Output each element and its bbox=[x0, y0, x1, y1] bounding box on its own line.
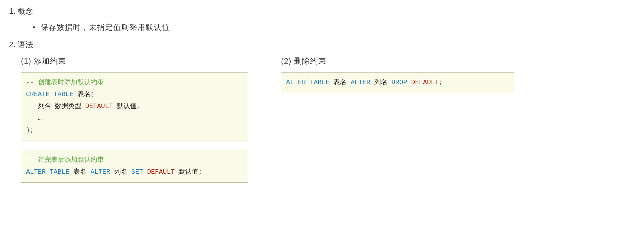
tok-tablename: 表名 bbox=[329, 79, 350, 86]
remove-constraint-heading: (2) 删除约束 bbox=[281, 56, 514, 66]
section-2-title: 语法 bbox=[18, 40, 33, 49]
tok-tablename: 表名 bbox=[73, 91, 90, 98]
tok-default: DEFAULT bbox=[147, 168, 175, 176]
tok-alter: ALTER bbox=[26, 168, 46, 176]
tok-default: DEFAULT bbox=[85, 103, 113, 110]
tok-alter-2: ALTER bbox=[91, 168, 110, 176]
tok-table: TABLE bbox=[54, 91, 73, 98]
tok-colname: 列名 bbox=[110, 168, 131, 176]
tok-alter: ALTER bbox=[286, 79, 306, 86]
section-1-title: 概念 bbox=[18, 7, 33, 16]
tok-tablename: 表名 bbox=[69, 168, 90, 176]
tok-semicolon: ; bbox=[199, 168, 202, 176]
tok-comma: , bbox=[137, 103, 141, 110]
code-block-create-table: -- 创建表时添加默认约束 CREATE TABLE 表名( 列名 数据类型 D… bbox=[21, 72, 248, 141]
concept-bullet-item: • 保存数据时，未指定值则采用默认值 bbox=[33, 22, 635, 32]
tok-set: SET bbox=[131, 168, 143, 176]
concept-bullet-list: • 保存数据时，未指定值则采用默认值 bbox=[33, 22, 635, 32]
code-block-alter-add: -- 建完表后添加默认约束 ALTER TABLE 表名 ALTER 列名 SE… bbox=[21, 150, 248, 183]
tok-default: DEFAULT bbox=[411, 79, 439, 86]
tok-paren-open: ( bbox=[91, 91, 94, 98]
section-1-heading: 1. 概念 bbox=[9, 6, 635, 16]
tok-create: CREATE bbox=[26, 91, 50, 98]
code-block-alter-drop: ALTER TABLE 表名 ALTER 列名 DROP DEFAULT; bbox=[281, 72, 514, 93]
tok-drop: DROP bbox=[391, 79, 407, 86]
tok-table: TABLE bbox=[50, 168, 69, 176]
section-2-num: 2. bbox=[9, 40, 16, 49]
section-2-heading: 2. 语法 bbox=[9, 39, 635, 50]
tok-semicolon: ; bbox=[30, 127, 34, 134]
tok-defaultval: 默认值 bbox=[175, 168, 198, 176]
syntax-columns: (1) 添加约束 -- 创建表时添加默认约束 CREATE TABLE 表名( … bbox=[21, 56, 635, 192]
tok-defaultval: 默认值 bbox=[113, 103, 136, 110]
left-column: (1) 添加约束 -- 创建表时添加默认约束 CREATE TABLE 表名( … bbox=[21, 56, 254, 192]
concept-bullet-text: 保存数据时，未指定值则采用默认值 bbox=[41, 22, 170, 32]
tok-colname: 列名 bbox=[370, 79, 391, 86]
tok-paren-close: ) bbox=[26, 127, 30, 134]
tok-ellipsis: … bbox=[26, 115, 42, 122]
tok-semicolon: ; bbox=[439, 79, 443, 86]
tok-coldef-prefix: 列名 数据类型 bbox=[26, 103, 85, 110]
tok-alter-2: ALTER bbox=[351, 79, 370, 86]
tok-table: TABLE bbox=[310, 79, 329, 86]
section-1-num: 1. bbox=[9, 7, 16, 16]
code-comment: -- 创建表时添加默认约束 bbox=[26, 79, 104, 86]
bullet-dot-icon: • bbox=[33, 22, 35, 32]
right-column: (2) 删除约束 ALTER TABLE 表名 ALTER 列名 DROP DE… bbox=[281, 56, 514, 102]
code-comment-2: -- 建完表后添加默认约束 bbox=[26, 156, 104, 164]
add-constraint-heading: (1) 添加约束 bbox=[21, 56, 254, 66]
